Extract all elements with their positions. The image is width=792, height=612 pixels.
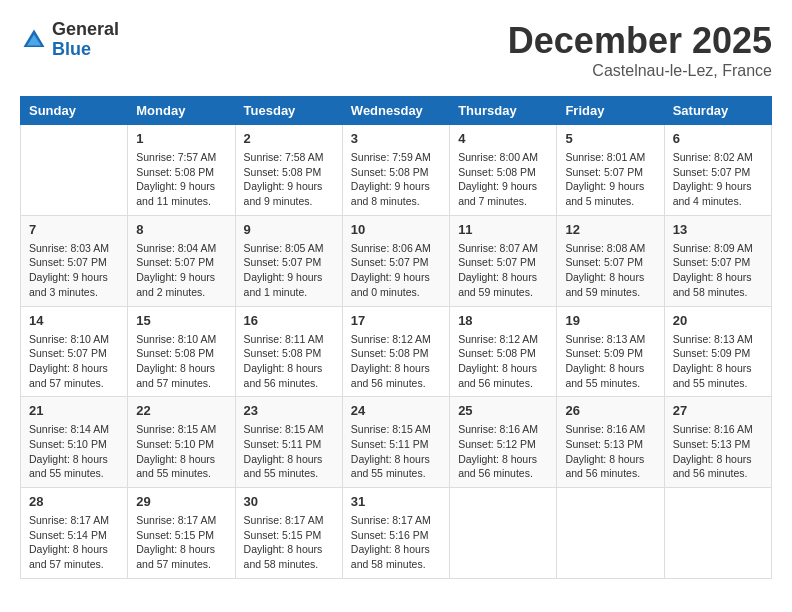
day-info: Sunrise: 8:01 AM Sunset: 5:07 PM Dayligh… [565, 150, 655, 209]
day-info: Sunrise: 8:16 AM Sunset: 5:12 PM Dayligh… [458, 422, 548, 481]
day-info: Sunrise: 8:09 AM Sunset: 5:07 PM Dayligh… [673, 241, 763, 300]
col-monday: Monday [128, 97, 235, 125]
calendar-cell: 1Sunrise: 7:57 AM Sunset: 5:08 PM Daylig… [128, 125, 235, 216]
calendar-cell: 3Sunrise: 7:59 AM Sunset: 5:08 PM Daylig… [342, 125, 449, 216]
day-info: Sunrise: 8:16 AM Sunset: 5:13 PM Dayligh… [565, 422, 655, 481]
logo-text: General Blue [52, 20, 119, 60]
logo-blue: Blue [52, 40, 119, 60]
col-saturday: Saturday [664, 97, 771, 125]
day-info: Sunrise: 7:59 AM Sunset: 5:08 PM Dayligh… [351, 150, 441, 209]
calendar-cell [557, 488, 664, 579]
day-number: 10 [351, 222, 441, 237]
day-info: Sunrise: 8:07 AM Sunset: 5:07 PM Dayligh… [458, 241, 548, 300]
day-info: Sunrise: 8:00 AM Sunset: 5:08 PM Dayligh… [458, 150, 548, 209]
day-number: 8 [136, 222, 226, 237]
col-tuesday: Tuesday [235, 97, 342, 125]
day-info: Sunrise: 8:15 AM Sunset: 5:11 PM Dayligh… [351, 422, 441, 481]
day-info: Sunrise: 8:04 AM Sunset: 5:07 PM Dayligh… [136, 241, 226, 300]
location: Castelnau-le-Lez, France [508, 62, 772, 80]
calendar-cell [664, 488, 771, 579]
day-number: 20 [673, 313, 763, 328]
day-info: Sunrise: 8:03 AM Sunset: 5:07 PM Dayligh… [29, 241, 119, 300]
day-info: Sunrise: 8:17 AM Sunset: 5:14 PM Dayligh… [29, 513, 119, 572]
day-number: 27 [673, 403, 763, 418]
calendar-week-3: 14Sunrise: 8:10 AM Sunset: 5:07 PM Dayli… [21, 306, 772, 397]
calendar-cell: 2Sunrise: 7:58 AM Sunset: 5:08 PM Daylig… [235, 125, 342, 216]
day-info: Sunrise: 8:13 AM Sunset: 5:09 PM Dayligh… [673, 332, 763, 391]
day-number: 30 [244, 494, 334, 509]
day-info: Sunrise: 8:10 AM Sunset: 5:08 PM Dayligh… [136, 332, 226, 391]
logo-general: General [52, 20, 119, 40]
day-info: Sunrise: 8:12 AM Sunset: 5:08 PM Dayligh… [458, 332, 548, 391]
calendar-cell: 14Sunrise: 8:10 AM Sunset: 5:07 PM Dayli… [21, 306, 128, 397]
day-number: 1 [136, 131, 226, 146]
day-number: 26 [565, 403, 655, 418]
calendar-cell: 18Sunrise: 8:12 AM Sunset: 5:08 PM Dayli… [450, 306, 557, 397]
calendar-cell: 13Sunrise: 8:09 AM Sunset: 5:07 PM Dayli… [664, 215, 771, 306]
day-info: Sunrise: 8:17 AM Sunset: 5:15 PM Dayligh… [244, 513, 334, 572]
day-info: Sunrise: 8:17 AM Sunset: 5:15 PM Dayligh… [136, 513, 226, 572]
day-number: 23 [244, 403, 334, 418]
calendar-cell: 19Sunrise: 8:13 AM Sunset: 5:09 PM Dayli… [557, 306, 664, 397]
day-number: 5 [565, 131, 655, 146]
day-info: Sunrise: 8:16 AM Sunset: 5:13 PM Dayligh… [673, 422, 763, 481]
day-number: 13 [673, 222, 763, 237]
calendar-week-1: 1Sunrise: 7:57 AM Sunset: 5:08 PM Daylig… [21, 125, 772, 216]
calendar-cell: 24Sunrise: 8:15 AM Sunset: 5:11 PM Dayli… [342, 397, 449, 488]
day-number: 21 [29, 403, 119, 418]
day-number: 15 [136, 313, 226, 328]
day-number: 7 [29, 222, 119, 237]
day-info: Sunrise: 8:02 AM Sunset: 5:07 PM Dayligh… [673, 150, 763, 209]
col-friday: Friday [557, 97, 664, 125]
day-info: Sunrise: 7:57 AM Sunset: 5:08 PM Dayligh… [136, 150, 226, 209]
day-number: 22 [136, 403, 226, 418]
calendar-cell: 23Sunrise: 8:15 AM Sunset: 5:11 PM Dayli… [235, 397, 342, 488]
day-info: Sunrise: 8:05 AM Sunset: 5:07 PM Dayligh… [244, 241, 334, 300]
day-number: 6 [673, 131, 763, 146]
col-thursday: Thursday [450, 97, 557, 125]
day-number: 9 [244, 222, 334, 237]
calendar-cell: 28Sunrise: 8:17 AM Sunset: 5:14 PM Dayli… [21, 488, 128, 579]
calendar-cell: 17Sunrise: 8:12 AM Sunset: 5:08 PM Dayli… [342, 306, 449, 397]
logo-icon [20, 26, 48, 54]
calendar-cell: 7Sunrise: 8:03 AM Sunset: 5:07 PM Daylig… [21, 215, 128, 306]
calendar-cell: 9Sunrise: 8:05 AM Sunset: 5:07 PM Daylig… [235, 215, 342, 306]
calendar-cell: 4Sunrise: 8:00 AM Sunset: 5:08 PM Daylig… [450, 125, 557, 216]
calendar-cell: 30Sunrise: 8:17 AM Sunset: 5:15 PM Dayli… [235, 488, 342, 579]
day-info: Sunrise: 8:13 AM Sunset: 5:09 PM Dayligh… [565, 332, 655, 391]
calendar-cell: 6Sunrise: 8:02 AM Sunset: 5:07 PM Daylig… [664, 125, 771, 216]
day-info: Sunrise: 7:58 AM Sunset: 5:08 PM Dayligh… [244, 150, 334, 209]
calendar-cell: 16Sunrise: 8:11 AM Sunset: 5:08 PM Dayli… [235, 306, 342, 397]
day-info: Sunrise: 8:08 AM Sunset: 5:07 PM Dayligh… [565, 241, 655, 300]
day-number: 3 [351, 131, 441, 146]
day-number: 25 [458, 403, 548, 418]
day-number: 29 [136, 494, 226, 509]
calendar-cell [450, 488, 557, 579]
calendar-cell: 5Sunrise: 8:01 AM Sunset: 5:07 PM Daylig… [557, 125, 664, 216]
day-info: Sunrise: 8:17 AM Sunset: 5:16 PM Dayligh… [351, 513, 441, 572]
day-info: Sunrise: 8:15 AM Sunset: 5:11 PM Dayligh… [244, 422, 334, 481]
calendar-cell: 29Sunrise: 8:17 AM Sunset: 5:15 PM Dayli… [128, 488, 235, 579]
logo: General Blue [20, 20, 119, 60]
day-number: 11 [458, 222, 548, 237]
col-wednesday: Wednesday [342, 97, 449, 125]
day-number: 12 [565, 222, 655, 237]
calendar-cell: 10Sunrise: 8:06 AM Sunset: 5:07 PM Dayli… [342, 215, 449, 306]
day-number: 24 [351, 403, 441, 418]
calendar-table: Sunday Monday Tuesday Wednesday Thursday… [20, 96, 772, 579]
calendar-cell: 11Sunrise: 8:07 AM Sunset: 5:07 PM Dayli… [450, 215, 557, 306]
day-number: 19 [565, 313, 655, 328]
calendar-cell: 20Sunrise: 8:13 AM Sunset: 5:09 PM Dayli… [664, 306, 771, 397]
calendar-cell: 25Sunrise: 8:16 AM Sunset: 5:12 PM Dayli… [450, 397, 557, 488]
calendar-cell: 21Sunrise: 8:14 AM Sunset: 5:10 PM Dayli… [21, 397, 128, 488]
calendar-cell: 12Sunrise: 8:08 AM Sunset: 5:07 PM Dayli… [557, 215, 664, 306]
calendar-cell [21, 125, 128, 216]
day-number: 31 [351, 494, 441, 509]
title-block: December 2025 Castelnau-le-Lez, France [508, 20, 772, 80]
day-number: 28 [29, 494, 119, 509]
day-info: Sunrise: 8:12 AM Sunset: 5:08 PM Dayligh… [351, 332, 441, 391]
day-info: Sunrise: 8:14 AM Sunset: 5:10 PM Dayligh… [29, 422, 119, 481]
calendar-cell: 27Sunrise: 8:16 AM Sunset: 5:13 PM Dayli… [664, 397, 771, 488]
month-title: December 2025 [508, 20, 772, 62]
day-number: 16 [244, 313, 334, 328]
